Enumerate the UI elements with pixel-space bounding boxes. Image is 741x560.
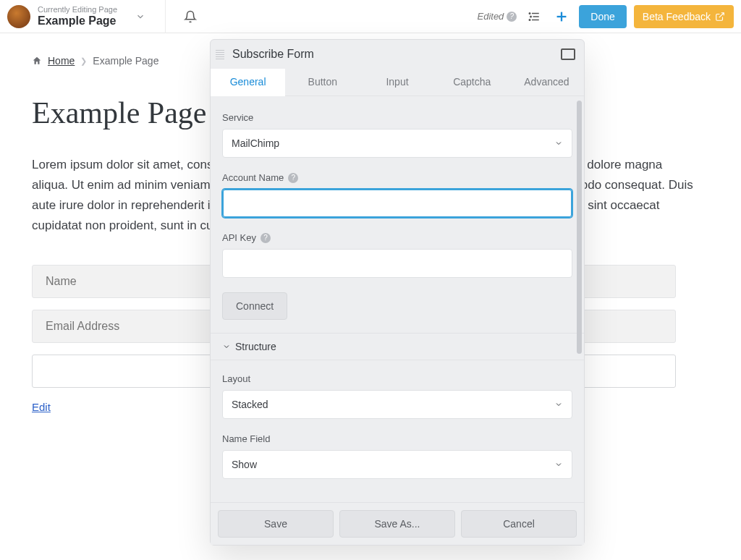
name-field-value: Show [232, 459, 257, 470]
help-icon[interactable]: ? [288, 173, 298, 183]
add-content-button[interactable] [551, 7, 572, 27]
cancel-button[interactable]: Cancel [461, 510, 577, 538]
beta-feedback-button[interactable]: Beta Feedback [634, 5, 734, 28]
name-field-select[interactable]: Show [222, 450, 572, 479]
svg-point-3 [530, 12, 531, 14]
tab-advanced[interactable]: Advanced [509, 69, 584, 96]
layout-select[interactable]: Stacked [222, 390, 572, 419]
connect-button[interactable]: Connect [222, 292, 287, 320]
app-logo-icon [7, 5, 30, 28]
scrollbar[interactable] [577, 101, 582, 354]
panel-header: Subscribe Form [211, 40, 584, 69]
bell-icon [184, 10, 197, 23]
account-name-label: Account Name ? [222, 172, 572, 183]
done-button[interactable]: Done [579, 5, 626, 28]
api-key-label-text: API Key [222, 232, 256, 243]
toolbar-right: Edited ? Done Beta Feedback [477, 5, 734, 28]
service-select[interactable]: MailChimp [222, 129, 572, 158]
edited-status[interactable]: Edited ? [477, 11, 517, 22]
name-field-label: Name Field [222, 433, 572, 444]
notifications-button[interactable] [179, 5, 202, 28]
layout-value: Stacked [232, 399, 268, 410]
panel-body: Service MailChimp Account Name ? API Key… [211, 96, 584, 502]
tab-input[interactable]: Input [360, 69, 434, 96]
structure-section: Layout Stacked Name Field Show [222, 360, 572, 479]
breadcrumb-current: Example Page [93, 55, 158, 67]
divider [165, 0, 166, 33]
external-link-icon [715, 12, 725, 22]
panel-tabs: General Button Input Captcha Advanced [211, 69, 584, 96]
layout-label: Layout [222, 373, 572, 384]
chevron-down-icon [135, 12, 145, 22]
outline-button[interactable] [524, 7, 544, 27]
outline-icon [528, 10, 541, 23]
panel-title: Subscribe Form [232, 48, 561, 61]
save-as-button[interactable]: Save As... [339, 510, 455, 538]
api-key-input[interactable] [222, 249, 572, 278]
responsive-icon [561, 48, 575, 60]
api-key-label: API Key ? [222, 232, 572, 243]
toolbar-left: Currently Editing Page Example Page [0, 0, 477, 33]
help-icon: ? [507, 12, 517, 22]
svg-line-8 [719, 12, 724, 17]
save-button[interactable]: Save [218, 510, 334, 538]
service-value: MailChimp [232, 137, 279, 149]
panel-footer: Save Save As... Cancel [211, 502, 584, 545]
breadcrumb-home-link[interactable]: Home [48, 55, 75, 67]
home-icon [32, 56, 42, 66]
account-name-label-text: Account Name [222, 172, 284, 183]
structure-label: Structure [235, 341, 276, 352]
page-dropdown-button[interactable] [129, 5, 152, 28]
editing-label: Currently Editing Page [38, 5, 117, 14]
chevron-right-icon: ❯ [80, 56, 87, 66]
account-name-input[interactable] [222, 189, 572, 218]
settings-panel: Subscribe Form General Button Input Capt… [210, 39, 585, 546]
chevron-down-icon [554, 400, 563, 409]
panel-scroll: Service MailChimp Account Name ? API Key… [211, 96, 584, 502]
plus-icon [554, 9, 569, 25]
beta-feedback-label: Beta Feedback [643, 11, 711, 22]
structure-section-header[interactable]: Structure [211, 333, 584, 360]
tab-button[interactable]: Button [285, 69, 360, 96]
tab-general[interactable]: General [211, 69, 285, 96]
editing-page-title: Example Page [38, 14, 117, 27]
svg-point-5 [530, 19, 531, 20]
tab-captcha[interactable]: Captcha [435, 69, 509, 96]
help-icon[interactable]: ? [261, 233, 271, 243]
service-label: Service [222, 112, 572, 123]
drag-handle-icon[interactable] [215, 50, 225, 59]
svg-point-4 [530, 16, 532, 17]
responsive-toggle-button[interactable] [561, 48, 575, 60]
chevron-down-icon [222, 342, 231, 351]
edited-label: Edited [477, 11, 504, 22]
top-toolbar: Currently Editing Page Example Page Edit… [0, 0, 741, 33]
editing-indicator[interactable]: Currently Editing Page Example Page [38, 5, 117, 27]
chevron-down-icon [554, 139, 563, 148]
edit-link[interactable]: Edit [32, 401, 51, 413]
chevron-down-icon [554, 460, 563, 469]
